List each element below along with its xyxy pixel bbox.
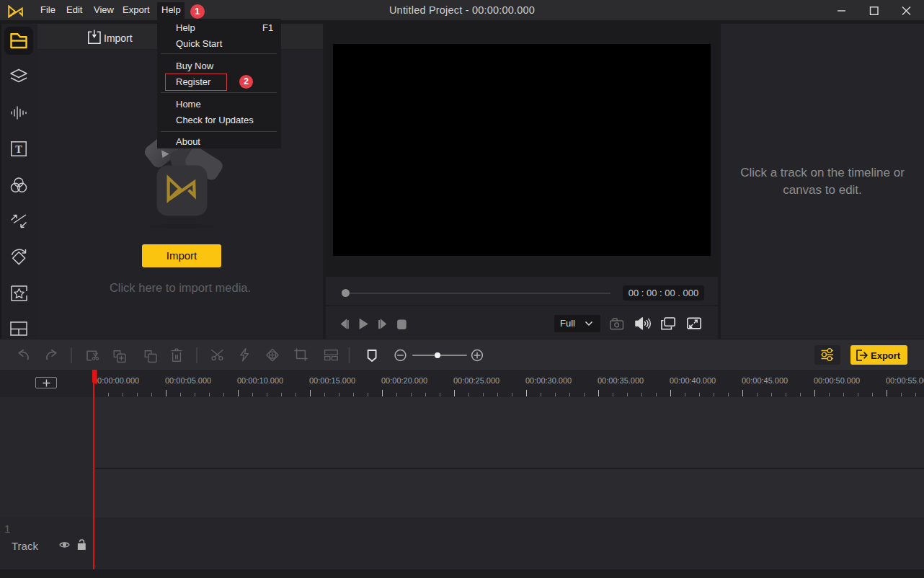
- svg-text:T: T: [15, 144, 22, 155]
